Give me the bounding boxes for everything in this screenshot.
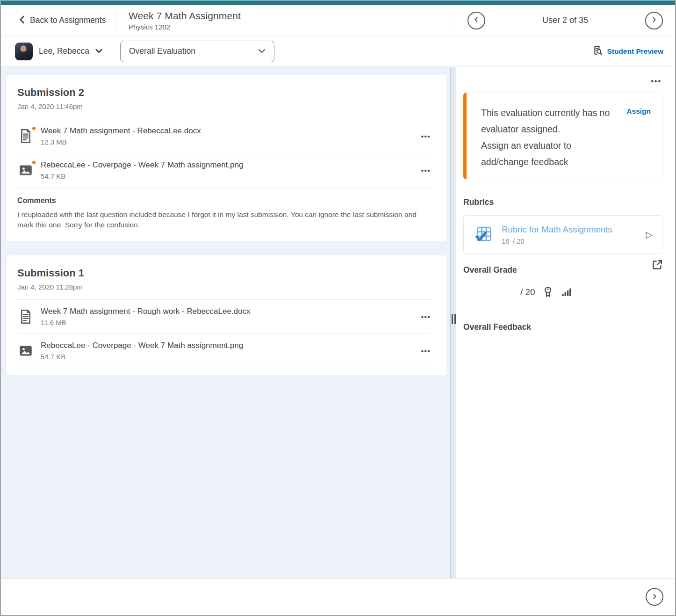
comments-text: I reuploaded with the last question incl…: [17, 210, 431, 230]
main-header: Back to Assignments Week 7 Math Assignme…: [1, 5, 675, 36]
previous-user-button[interactable]: [467, 12, 485, 29]
external-link-icon: [651, 259, 663, 272]
file-row: Week 7 Math assignment - Rough work - Re…: [17, 299, 431, 333]
rubric-score-value: 16: [502, 237, 510, 245]
grade-entry-row: / 20: [463, 284, 663, 300]
submission-title: Submission 2: [17, 87, 431, 99]
next-user-button[interactable]: [645, 12, 663, 29]
file-name-link[interactable]: RebeccaLee - Coverpage - Week 7 Math ass…: [41, 341, 420, 350]
file-options-button[interactable]: •••: [420, 130, 431, 142]
open-in-new-window-button[interactable]: [651, 259, 663, 272]
image-file-icon: [17, 342, 34, 359]
student-context-bar: Lee, Rebecca Overall Evaluation: [1, 36, 675, 67]
file-meta: Week 7 Math assignment - RebeccaLee.docx…: [41, 126, 420, 146]
unread-dot: [31, 160, 36, 165]
file-meta: Week 7 Math assignment - Rough work - Re…: [41, 307, 420, 326]
file-name-link[interactable]: RebeccaLee - Coverpage - Week 7 Math ass…: [41, 160, 420, 170]
file-options-button[interactable]: •••: [420, 311, 431, 323]
rubric-score: 16/ 20: [502, 237, 646, 245]
student-name: Lee, Rebecca: [39, 46, 89, 56]
rubric-card[interactable]: Rubric for Math Assignments 16/ 20 ▷: [463, 215, 663, 254]
student-selector[interactable]: Lee, Rebecca: [1, 42, 116, 61]
file-row: RebeccaLee - Coverpage - Week 7 Math ass…: [17, 333, 431, 368]
submission-card: Submission 2 Jan 4, 2020 11:46pm: [7, 75, 446, 241]
expand-rubric-icon: ▷: [646, 229, 653, 240]
back-label: Back to Assignments: [30, 15, 106, 25]
evaluation-type-value: Overall Evaluation: [129, 46, 195, 56]
evaluation-pane: ••• This evaluation currently has no eva…: [456, 67, 675, 578]
overall-grade-heading: Overall Grade: [463, 265, 517, 275]
file-options-button[interactable]: •••: [420, 165, 431, 176]
submission-title: Submission 1: [17, 267, 431, 279]
top-accent-bar: [1, 1, 675, 5]
drag-handle-icon: [452, 314, 456, 324]
rubric-score-total: / 20: [513, 237, 525, 245]
student-preview-icon: [592, 45, 603, 58]
file-list: Week 7 Math assignment - Rough work - Re…: [17, 299, 431, 368]
bar-chart-icon: [561, 286, 572, 299]
evaluation-type-dropdown[interactable]: Overall Evaluation: [120, 41, 274, 62]
next-student-footer-button[interactable]: [646, 588, 663, 606]
file-name-link[interactable]: Week 7 Math assignment - Rough work - Re…: [41, 307, 420, 316]
avatar: [15, 43, 33, 60]
grade-statistics-button[interactable]: [561, 286, 572, 299]
evaluator-notice-card: This evaluation currently has no evaluat…: [463, 93, 663, 179]
image-file-icon: [17, 162, 34, 179]
chevron-left-icon: [473, 16, 480, 24]
award-ribbon-icon: [542, 286, 554, 299]
chevron-right-icon: [651, 16, 657, 24]
notice-text: This evaluation currently has no evaluat…: [481, 105, 614, 170]
chevron-left-icon: [19, 15, 25, 25]
grade-input[interactable]: [482, 284, 514, 300]
submission-date: Jan 4, 2020 11:46pm: [17, 102, 431, 110]
file-meta: RebeccaLee - Coverpage - Week 7 Math ass…: [41, 341, 420, 361]
student-preview-link[interactable]: Student Preview: [592, 45, 663, 58]
chevron-down-icon: [258, 48, 266, 55]
app-window: Back to Assignments Week 7 Math Assignme…: [0, 0, 676, 616]
submission-comments: Comments I reuploaded with the last ques…: [17, 188, 431, 241]
rubric-name: Rubric for Math Assignments: [502, 225, 612, 234]
pane-resizer[interactable]: [450, 67, 456, 578]
assign-evaluator-link[interactable]: Assign: [626, 107, 651, 116]
user-pager-label: User 2 of 35: [542, 15, 588, 25]
file-meta: RebeccaLee - Coverpage - Week 7 Math ass…: [41, 160, 420, 180]
rubric-grid-icon: [474, 224, 494, 245]
overall-grade-row: Overall Grade: [463, 265, 663, 275]
file-size: 54.7 KB: [41, 353, 420, 361]
footer-bar: [1, 578, 675, 615]
grade-denominator: / 20: [520, 287, 535, 297]
notice-accent-bar: [463, 93, 467, 179]
back-to-assignments-button[interactable]: Back to Assignments: [1, 5, 115, 36]
document-file-icon: [17, 308, 34, 325]
divider: [17, 368, 431, 375]
submission-card: Submission 1 Jan 4, 2020 11:28pm Week: [7, 255, 446, 375]
main-content: Submission 2 Jan 4, 2020 11:46pm: [1, 67, 675, 578]
file-list: Week 7 Math assignment - RebeccaLee.docx…: [17, 119, 431, 187]
submission-date: Jan 4, 2020 11:28pm: [17, 283, 431, 291]
chevron-right-icon: [651, 593, 658, 601]
evaluation-options-button[interactable]: •••: [649, 76, 663, 87]
file-options-button[interactable]: •••: [420, 345, 431, 357]
document-file-icon: [17, 128, 34, 145]
page-title: Week 7 Math Assignment: [129, 10, 455, 22]
overall-feedback-heading: Overall Feedback: [463, 322, 663, 332]
assignment-title-block: Week 7 Math Assignment Physics 1202: [115, 5, 455, 36]
panel-options-row: •••: [463, 76, 663, 87]
course-subtitle: Physics 1202: [129, 23, 455, 31]
file-row: RebeccaLee - Coverpage - Week 7 Math ass…: [17, 153, 431, 187]
rubrics-heading: Rubrics: [463, 197, 663, 207]
comments-heading: Comments: [17, 196, 431, 205]
grade-scheme-button[interactable]: [542, 286, 554, 299]
unread-dot: [31, 126, 36, 131]
file-size: 54.7 KB: [41, 172, 420, 180]
user-pager: User 2 of 35: [455, 5, 675, 36]
chevron-down-icon: [95, 48, 102, 55]
file-size: 11.6 MB: [41, 319, 420, 326]
file-row: Week 7 Math assignment - RebeccaLee.docx…: [17, 119, 431, 153]
file-size: 12.3 MB: [41, 138, 420, 146]
file-name-link[interactable]: Week 7 Math assignment - RebeccaLee.docx: [41, 126, 420, 136]
rubric-meta: Rubric for Math Assignments 16/ 20: [502, 225, 646, 245]
student-preview-label: Student Preview: [607, 47, 663, 56]
submissions-pane: Submission 2 Jan 4, 2020 11:46pm: [1, 67, 450, 578]
